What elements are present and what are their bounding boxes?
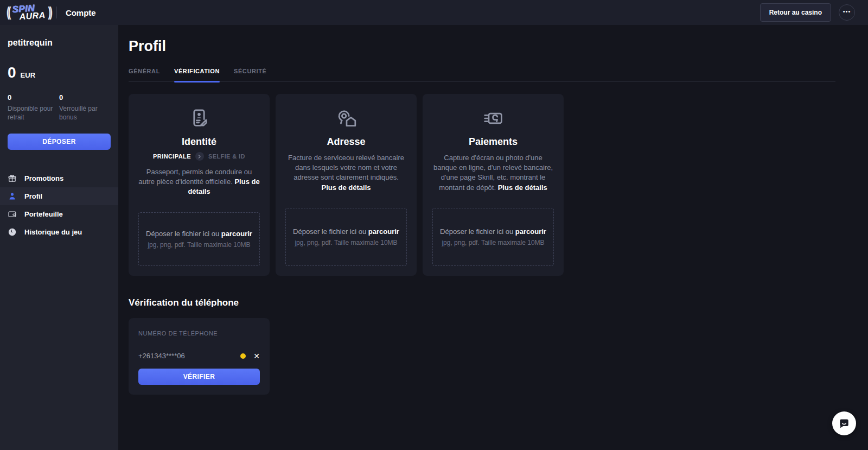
address-upload-dropzone[interactable]: Déposer le fichier ici ou parcourir jpg,… [285,208,407,266]
sidebar-item-profil[interactable]: Profil [0,187,118,205]
address-pin-icon [335,107,358,130]
wallet-icon [8,210,17,219]
stat-withdrawable: 0 Disponible pour retrait [8,93,59,122]
clock-icon [8,227,17,237]
user-icon [8,192,17,201]
stat-bonus-locked-value: 0 [59,93,106,102]
clear-phone-button[interactable]: ✕ [253,352,260,360]
verification-cards: Identité PRINCIPALE SELFIE & ID Passepor… [129,94,835,276]
sidebar-nav: Promotions Profil Portef [0,169,118,241]
topbar: (( SPIN AURA )) Compte Retour au casino … [0,0,868,25]
topbar-divider [56,7,57,18]
card-title: Paiements [469,136,518,148]
step-selfie-id: SELFIE & ID [208,153,245,160]
balance-currency: EUR [21,71,35,79]
stat-bonus-locked-label: Verrouillé par bonus [59,104,106,122]
card-title: Adresse [327,136,365,148]
upload-hint: jpg, png, pdf. Taille maximale 10MB [148,241,250,249]
identity-steps: PRINCIPALE SELFIE & ID [153,152,245,161]
sidebar-item-label: Profil [24,192,42,200]
more-details-link[interactable]: Plus de détails [498,183,547,192]
sidebar-item-label: Historique du jeu [24,228,82,236]
upload-hint: jpg, png, pdf. Taille maximale 10MB [295,239,397,246]
phone-verification-card: NUMÉRO DE TÉLÉPHONE +261343****06 ✕ VÉRI… [129,318,270,395]
logo-word-aura: AURA [19,11,46,21]
back-to-casino-button[interactable]: Retour au casino [760,3,831,22]
banknote-icon [482,107,505,130]
logo-right-arc-icon: )) [48,4,51,21]
card-title: Identité [182,136,216,148]
spinaura-logo[interactable]: (( SPIN AURA )) [7,5,51,20]
ellipsis-icon: ••• [843,8,851,15]
upload-hint: jpg, png, pdf. Taille maximale 10MB [442,239,544,246]
balance: 0 EUR [8,64,111,81]
more-options-button[interactable]: ••• [839,4,855,21]
sidebar-item-label: Portefeuille [24,210,63,218]
page-title: Profil [129,38,835,55]
card-adresse: Adresse Facture de serviceou relevé banc… [276,94,417,276]
payments-upload-dropzone[interactable]: Déposer le fichier ici ou parcourir jpg,… [432,208,554,266]
tab-securite[interactable]: SÉCURITÉ [234,68,266,81]
verify-phone-button[interactable]: VÉRIFIER [138,369,260,385]
tab-verification[interactable]: VÉRIFICATION [174,68,220,81]
card-description: Facture de serviceou relevé bancaire dan… [285,153,407,193]
more-details-link[interactable]: Plus de détails [321,183,371,192]
stat-withdrawable-value: 0 [8,93,55,102]
sidebar-item-promotions[interactable]: Promotions [0,169,118,187]
stat-bonus-locked: 0 Verrouillé par bonus [59,93,111,122]
browse-link[interactable]: parcourir [368,227,399,236]
phone-number-value: +261343****06 [138,352,240,360]
live-chat-button[interactable] [832,411,856,435]
balance-amount: 0 [8,64,16,81]
identity-upload-dropzone[interactable]: Déposer le fichier ici ou parcourir jpg,… [138,212,260,266]
card-description: Passeport, permis de conduire ou autre p… [138,167,260,197]
phone-verification-title: Vérification du téléphone [129,297,835,308]
card-identite: Identité PRINCIPALE SELFIE & ID Passepor… [129,94,270,276]
id-card-icon [188,107,210,130]
phone-number-field[interactable]: +261343****06 ✕ [138,352,260,360]
username: petitrequin [8,38,111,48]
pending-status-icon [240,353,246,359]
deposit-button[interactable]: DÉPOSER [8,134,111,150]
tab-general[interactable]: GÉNÉRAL [129,68,160,81]
sidebar-item-historique[interactable]: Historique du jeu [0,223,118,241]
sidebar-item-portefeuille[interactable]: Portefeuille [0,205,118,223]
card-paiements: Paiements Capture d'écran ou photo d'une… [423,94,564,276]
chat-bubble-icon [838,417,851,430]
browse-link[interactable]: parcourir [221,230,252,238]
stat-withdrawable-label: Disponible pour retrait [8,104,55,122]
section-title: Compte [66,8,96,17]
profile-tabs: GÉNÉRAL VÉRIFICATION SÉCURITÉ [129,68,835,82]
chevron-right-icon [195,152,204,161]
account-sidebar: petitrequin 0 EUR 0 Disponible pour retr… [0,25,118,450]
main-content: Profil GÉNÉRAL VÉRIFICATION SÉCURITÉ [118,25,868,450]
browse-link[interactable]: parcourir [515,227,546,236]
step-principale: PRINCIPALE [153,153,191,160]
phone-number-label: NUMÉRO DE TÉLÉPHONE [138,330,260,337]
balance-stats: 0 Disponible pour retrait 0 Verrouillé p… [8,93,111,122]
sidebar-item-label: Promotions [24,174,63,182]
logo-left-arc-icon: (( [7,4,9,21]
gift-icon [8,174,17,183]
card-description: Capture d'écran ou photo d'une banque en… [432,153,554,193]
